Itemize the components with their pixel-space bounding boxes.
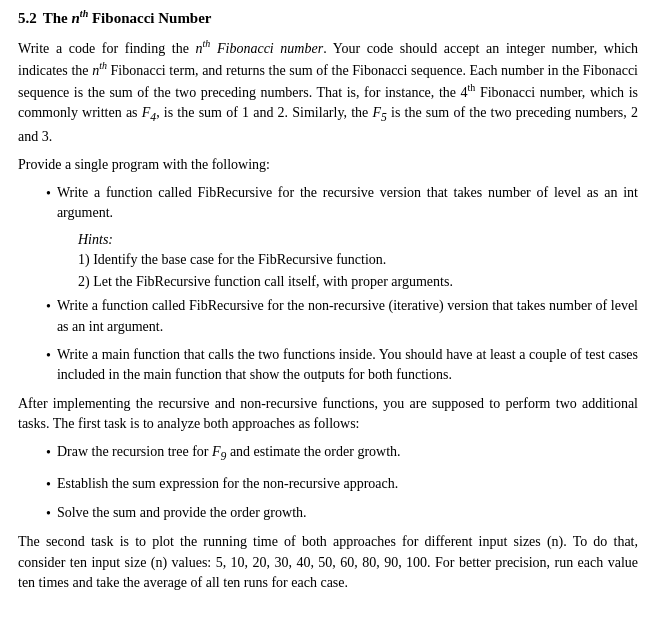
- p1-rest4: , is the sum of 1 and 2. Similarly, the: [156, 105, 372, 120]
- paragraph-4: The second task is to plot the running t…: [18, 532, 638, 593]
- p1-th2: th: [99, 60, 107, 71]
- p1-nth: n: [196, 41, 203, 56]
- p1-F5: F: [372, 105, 381, 120]
- bullet-item-2: • Write a function called FibRecursive f…: [46, 296, 638, 337]
- bullet-item-3: • Write a main function that calls the t…: [46, 345, 638, 386]
- bullet-item-1: • Write a function called FibRecursive f…: [46, 183, 638, 224]
- hint-2: 2) Let the FibRecursive function call it…: [78, 272, 638, 292]
- bullet-list: • Write a function called FibRecursive f…: [46, 183, 638, 385]
- title-post: Fibonacci Number: [88, 10, 211, 26]
- bullet-text-2: Write a function called FibRecursive for…: [57, 296, 638, 337]
- analysis-bullet-1: • Draw the recursion tree for F9 and est…: [46, 442, 638, 466]
- analysis-text-2: Establish the sum expression for the non…: [57, 474, 638, 494]
- analysis-dot-3: •: [46, 504, 51, 524]
- analysis-text-1: Draw the recursion tree for F9 and estim…: [57, 442, 638, 466]
- analysis-bullet-3: • Solve the sum and provide the order gr…: [46, 503, 638, 524]
- analysis-text-3: Solve the sum and provide the order grow…: [57, 503, 638, 523]
- hint-1: 1) Identify the base case for the FibRec…: [78, 250, 638, 270]
- section-title: The nth Fibonacci Number: [43, 8, 212, 27]
- hints-block: Hints: 1) Identify the base case for the…: [78, 232, 638, 293]
- paragraph-3: After implementing the recursive and non…: [18, 394, 638, 435]
- p1-italic: Fibonacci number: [210, 41, 323, 56]
- p1-text: Write a code for finding the: [18, 41, 196, 56]
- analysis-dot-1: •: [46, 443, 51, 463]
- bullet-text-3: Write a main function that calls the two…: [57, 345, 638, 386]
- bullet-dot-3: •: [46, 346, 51, 366]
- paragraph-1: Write a code for finding the nth Fibonac…: [18, 37, 638, 147]
- bullet-text-1: Write a function called FibRecursive for…: [57, 183, 638, 224]
- abullet1-pre: Draw the recursion tree for: [57, 444, 212, 459]
- title-nth: n: [72, 10, 80, 26]
- bullet-dot-1: •: [46, 184, 51, 204]
- section-number: 5.2: [18, 10, 37, 27]
- hints-title: Hints:: [78, 232, 638, 248]
- bullet-dot-2: •: [46, 297, 51, 317]
- analysis-bullet-list: • Draw the recursion tree for F9 and est…: [46, 442, 638, 524]
- section-header: 5.2 The nth Fibonacci Number: [18, 8, 638, 27]
- paragraph-2: Provide a single program with the follow…: [18, 155, 638, 175]
- title-th: th: [80, 8, 88, 19]
- analysis-dot-2: •: [46, 475, 51, 495]
- title-pre: The: [43, 10, 72, 26]
- abullet1-post: and estimate the order growth.: [226, 444, 400, 459]
- analysis-bullet-2: • Establish the sum expression for the n…: [46, 474, 638, 495]
- abullet1-F: F: [212, 444, 221, 459]
